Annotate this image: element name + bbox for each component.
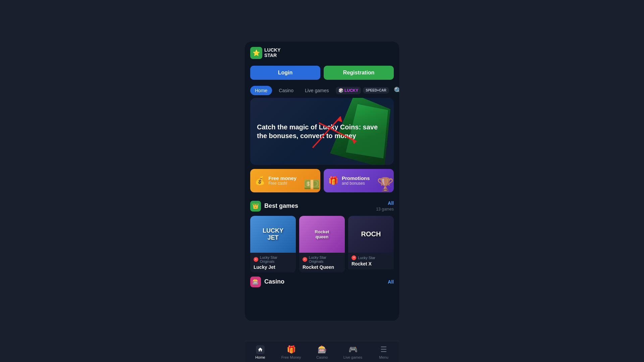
logo: ⭐ LUCKY STAR <box>250 47 280 59</box>
best-games-right: All 13 games <box>376 200 394 212</box>
best-games-all-link[interactable]: All <box>376 200 394 206</box>
casino-title: Casino <box>264 278 284 285</box>
header: ⭐ LUCKY STAR <box>245 42 399 62</box>
game-card-rocket-queen[interactable]: Rocketqueen ✕ Lucky Star Originals Rocke… <box>299 216 345 273</box>
nav-item-live-games[interactable]: Live games <box>300 86 334 95</box>
phone-container: ⭐ LUCKY STAR Login Registration Home Cas… <box>245 42 399 321</box>
rocket-queen-name: Rocket Queen <box>303 264 341 270</box>
rocket-x-name: Rocket X <box>352 261 390 266</box>
rocket-x-provider-name: Lucky Star <box>358 256 375 260</box>
casino-section-preview: 🎰 Casino All <box>245 273 399 321</box>
nav-brands: 🎲 LUCKY SPEED+CAR <box>336 87 389 94</box>
game-thumb-lucky-jet: LUCKYJET <box>250 216 296 253</box>
game-thumb-rocket-x: ROCH <box>348 216 394 253</box>
casino-icon: 🎰 <box>250 277 261 287</box>
best-games-section: 👑 Best games All 13 games LUCKYJET ✕ Luc… <box>245 196 399 273</box>
promo-cards: 💰 Free money Free cash! 💵 🎁 Promotions a… <box>250 169 394 192</box>
promotions-icon: 🎁 <box>328 176 338 185</box>
rocket-queen-provider-name: Lucky Star Originals <box>309 255 341 263</box>
games-row: LUCKYJET ✕ Lucky Star Originals Lucky Je… <box>250 216 394 273</box>
promotions-image: 🏆 <box>377 177 394 192</box>
game-card-rocket-x[interactable]: ROCH ✕ Lucky Star Rocket X <box>348 216 394 273</box>
brand-speed: SPEED+CAR <box>363 87 389 94</box>
rocket-queen-provider: ✕ Lucky Star Originals <box>303 255 341 263</box>
free-money-image: 💵 <box>304 177 320 192</box>
hero-banner: Catch the magic of Lucky Coins: save the… <box>250 98 394 165</box>
nav-item-home[interactable]: Home <box>250 86 272 95</box>
rocket-x-provider: ✕ Lucky Star <box>352 255 390 260</box>
best-games-icon: 👑 <box>250 201 261 212</box>
casino-header: 🎰 Casino All <box>250 277 394 287</box>
game-card-lucky-jet[interactable]: LUCKYJET ✕ Lucky Star Originals Lucky Je… <box>250 216 296 273</box>
lucky-jet-provider-name: Lucky Star Originals <box>260 255 292 263</box>
casino-all-link[interactable]: All <box>388 279 394 285</box>
logo-text: LUCKY STAR <box>264 48 280 58</box>
best-games-header: 👑 Best games All 13 games <box>250 200 394 212</box>
logo-icon: ⭐ <box>250 47 262 59</box>
promo-card-free-money[interactable]: 💰 Free money Free cash! 💵 <box>250 169 320 192</box>
rocket-queen-info: ✕ Lucky Star Originals Rocket Queen <box>299 253 345 273</box>
rocket-x-title: ROCH <box>361 230 381 238</box>
auth-buttons: Login Registration <box>245 62 399 83</box>
rocket-queen-title: Rocketqueen <box>315 229 329 239</box>
lucky-jet-name: Lucky Jet <box>254 264 292 270</box>
lucky-star-provider-icon-2: ✕ <box>303 257 307 262</box>
casino-title-wrap: 🎰 Casino <box>250 277 284 287</box>
free-money-icon: 💰 <box>255 176 265 185</box>
search-icon[interactable]: 🔍 <box>394 86 399 95</box>
register-button[interactable]: Registration <box>324 66 394 80</box>
game-thumb-rocket-queen: Rocketqueen <box>299 216 345 253</box>
best-games-title-wrap: 👑 Best games <box>250 201 298 212</box>
best-games-count: 13 games <box>376 207 394 212</box>
promo-card-promotions[interactable]: 🎁 Promotions and bonuses 🏆 <box>324 169 394 192</box>
hero-title: Catch the magic of Lucky Coins: save the… <box>257 123 387 140</box>
lucky-star-provider-icon-3: ✕ <box>352 255 356 260</box>
best-games-title: Best games <box>264 202 298 209</box>
nav: Home Casino Live games 🎲 LUCKY SPEED+CAR… <box>245 83 399 98</box>
lucky-jet-info: ✕ Lucky Star Originals Lucky Jet <box>250 253 296 273</box>
brand-lucky: 🎲 LUCKY <box>336 87 361 94</box>
hero-content: Catch the magic of Lucky Coins: save the… <box>250 116 394 147</box>
lucky-jet-title: LUCKYJET <box>263 227 283 241</box>
lucky-jet-provider: ✕ Lucky Star Originals <box>254 255 292 263</box>
rocket-x-info: ✕ Lucky Star Rocket X <box>348 253 394 269</box>
lucky-star-provider-icon-1: ✕ <box>254 257 258 262</box>
login-button[interactable]: Login <box>250 66 320 80</box>
nav-item-casino[interactable]: Casino <box>274 86 298 95</box>
